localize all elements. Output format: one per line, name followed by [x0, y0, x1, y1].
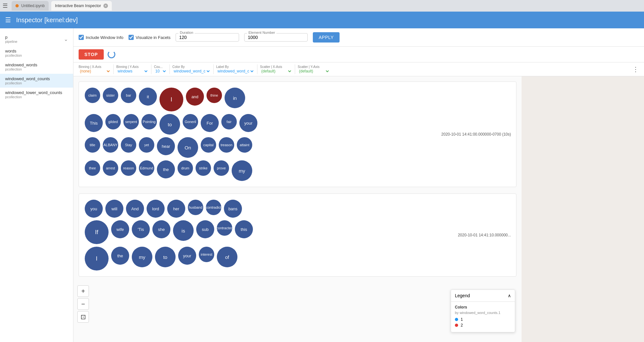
word-bubble: Edmund — [139, 160, 154, 176]
count-select[interactable]: 10 — [154, 69, 167, 74]
content-area: Include Window Info Visualize in Facets … — [73, 28, 644, 342]
divider6 — [295, 64, 295, 74]
sidebar-words-name: words — [5, 49, 68, 53]
element-number-field: Element Number — [244, 33, 308, 42]
word-bubble: to — [155, 247, 176, 267]
word-bubble: hear — [157, 137, 175, 155]
zoom-out-button[interactable]: − — [77, 298, 89, 310]
bubble-grid-2: youwillAndlordherhusbandcontradictbansIf… — [84, 199, 264, 271]
loading-spinner — [108, 51, 115, 58]
word-bubble: contracted — [217, 220, 232, 236]
word-bubble: I — [159, 88, 183, 111]
word-bubble: claim — [85, 88, 100, 103]
word-bubble: title — [85, 137, 100, 153]
binning-xaxis-select[interactable]: (none) — [79, 69, 111, 74]
hamburger-icon[interactable]: ☰ — [3, 2, 8, 9]
controls-bar: Include Window Info Visualize in Facets … — [73, 28, 644, 47]
legend-panel: Legend ∧ Colors by windowed_word_counts.… — [451, 290, 515, 332]
legend-item-1: 1 — [455, 317, 511, 322]
sidebar-item-p-name: p — [5, 35, 17, 40]
word-bubble: and — [186, 88, 204, 106]
divider3 — [169, 64, 170, 74]
word-bubble: yet — [139, 137, 154, 153]
word-bubble: And — [126, 200, 144, 218]
legend-dot-2 — [455, 324, 458, 327]
count-label: Cou... — [154, 65, 167, 69]
tab-active-label: Interactive Beam Inspector — [55, 4, 101, 8]
app-title: Inspector [kernel:dev] — [16, 16, 78, 24]
word-bubble: prove — [214, 160, 229, 176]
chevron-down-icon: ⌄ — [64, 36, 68, 42]
visualize-in-facets-label[interactable]: Visualize in Facets — [129, 35, 170, 40]
menu-icon[interactable]: ☰ — [5, 16, 11, 24]
viz-panel-2: youwillAndlordherhusbandcontradictbansIf… — [79, 194, 516, 277]
visualize-in-facets-text: Visualize in Facets — [136, 35, 170, 40]
word-bubble: bar — [121, 88, 136, 103]
apply-button[interactable]: APPLY — [313, 32, 340, 43]
word-bubble: arrest — [103, 160, 118, 176]
scatter-yaxis-group: Scatter | Y-Axis (default) — [298, 65, 330, 74]
duration-input[interactable] — [179, 35, 235, 40]
legend-label-1: 1 — [461, 317, 463, 322]
word-bubble: in — [225, 88, 245, 108]
right-panel — [522, 76, 644, 342]
tab-close-button[interactable]: ✕ — [103, 4, 108, 8]
tab-beam-inspector[interactable]: Interactive Beam Inspector ✕ — [51, 1, 112, 11]
sidebar-wlwc-type: pcollection — [5, 95, 68, 99]
word-bubble: sub — [196, 220, 214, 238]
word-bubble: fair — [221, 114, 237, 129]
include-window-info-label[interactable]: Include Window Info — [79, 35, 123, 40]
word-bubble: gilded — [105, 114, 121, 129]
word-bubble: is — [173, 220, 194, 241]
sidebar-item-words[interactable]: words pcollection — [0, 46, 73, 60]
word-bubble: bans — [224, 200, 242, 218]
tab-untitled[interactable]: Untitled.ipynb — [12, 1, 49, 11]
sidebar-ww-name: windowed_words — [5, 62, 68, 67]
visualize-in-facets-checkbox[interactable] — [129, 35, 134, 40]
word-bubble: Stay — [121, 137, 136, 153]
browser-bar: ☰ Untitled.ipynb Interactive Beam Inspec… — [0, 0, 644, 12]
word-bubble: This — [85, 114, 103, 132]
divider2 — [151, 64, 151, 74]
zoom-in-button[interactable]: + — [77, 285, 89, 297]
binning-yaxis-group: Binning | Y-Axis windows — [116, 65, 149, 74]
sidebar-item-p-type: pipeline — [5, 40, 17, 43]
scatter-xaxis-group: Scatter | X-Axis (default) — [260, 65, 292, 74]
word-bubble: capital — [201, 137, 216, 153]
color-by-select[interactable]: windowed_word_c — [172, 69, 211, 74]
more-options-icon[interactable]: ⋮ — [632, 65, 639, 73]
word-bubble: contradict — [206, 200, 221, 215]
legend-dot-1 — [455, 318, 458, 321]
word-bubble: she — [152, 220, 170, 238]
legend-body: Colors by windowed_word_counts.1 1 2 — [451, 302, 515, 332]
zoom-fit-button[interactable]: ⊡ — [77, 311, 89, 323]
legend-colors-title: Colors — [455, 305, 511, 309]
word-bubble: your — [178, 247, 196, 265]
sidebar-item-windowed-lower-word-counts[interactable]: windowed_lower_word_counts pcollection — [0, 88, 73, 101]
sidebar-item-p[interactable]: p pipeline ⌄ — [0, 32, 73, 46]
label-by-label: Label By — [216, 65, 255, 69]
legend-colors-subtitle: by windowed_word_counts.1 — [455, 311, 511, 315]
scatter-yaxis-select[interactable]: (default) — [298, 69, 330, 74]
word-bubble: the — [157, 160, 175, 178]
sidebar-ww-type: pcollection — [5, 67, 68, 71]
stop-button[interactable]: STOP — [79, 49, 104, 60]
scatter-xaxis-label: Scatter | X-Axis — [260, 65, 292, 69]
sidebar-item-windowed-words[interactable]: windowed_words pcollection — [0, 60, 73, 74]
legend-collapse-icon[interactable]: ∧ — [508, 293, 511, 298]
word-bubble: husband — [188, 200, 203, 215]
element-number-input[interactable] — [248, 35, 304, 40]
word-bubble: strike — [196, 160, 211, 176]
viz-panel-1: claimsisterbaritIandthineinThisgildedser… — [79, 81, 516, 187]
scatter-xaxis-select[interactable]: (default) — [260, 69, 292, 74]
legend-label-2: 2 — [461, 323, 463, 328]
word-bubble: For — [201, 114, 219, 132]
word-bubble: the — [111, 247, 129, 265]
sidebar-item-windowed-word-counts[interactable]: windowed_word_counts pcollection — [0, 74, 73, 88]
main-layout: p pipeline ⌄ words pcollection windowed_… — [0, 28, 644, 342]
scatter-yaxis-label: Scatter | Y-Axis — [298, 65, 330, 69]
word-bubble: interest — [199, 247, 214, 262]
include-window-info-checkbox[interactable] — [79, 35, 84, 40]
label-by-select[interactable]: windowed_word_c — [216, 69, 255, 74]
binning-yaxis-select[interactable]: windows — [116, 69, 149, 74]
